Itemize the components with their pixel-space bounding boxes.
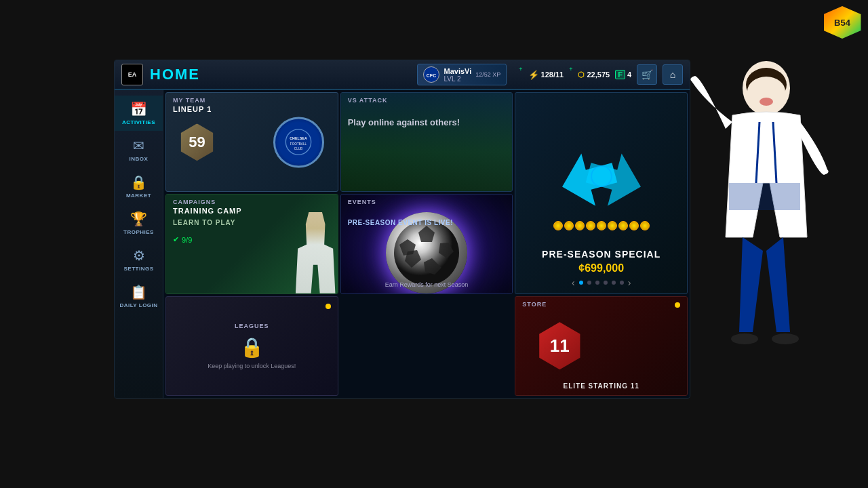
coins-visual [553,221,650,230]
carousel-nav: ‹ › [515,277,687,288]
campaigns-label: CAMPAIGNS [173,199,216,205]
vsattack-background [341,93,513,191]
campaigns-sublabel: TRAINING CAMP [173,207,242,215]
pts-stat: F 4 [615,70,631,79]
player-level: LVL 2 [443,75,471,83]
ea-logo: EA [121,64,143,85]
header-bar: EA HOME CFC MavisVi LVL 2 12/52 XP + [115,60,690,90]
carousel-dot-3 [595,281,599,285]
sidebar-item-settings[interactable]: ⚙ SETTINGS [115,242,163,277]
tile-store[interactable]: STORE 11 ELITE STARTING 11 [515,296,688,396]
cart-button[interactable]: 🛒 [637,64,657,85]
tile-vs-attack[interactable]: VS ATTACK Play online against others! [340,92,513,192]
carousel-dot-6 [620,281,624,285]
coins-stat: ⬡ 22,575 [578,70,610,79]
activities-icon: 📅 [130,101,147,117]
preseason-label: PRE-SEASON SPECIAL [515,249,687,260]
coins-value: 22,575 [587,70,610,79]
header-stats: + ⚡ 128/11 + ⬡ 22,575 F 4 🛒 ⌂ [519,64,683,85]
energy-stat: ⚡ 128/11 [528,70,564,80]
leagues-dot [326,304,331,309]
market-icon: 🔒 [130,174,147,190]
xp-text: 12/52 XP [475,71,500,78]
tile-events[interactable]: EVENTS PRE-SEASON EVENT IS LIVE! [340,194,513,293]
carousel-next[interactable]: › [628,277,631,288]
tile-leagues[interactable]: LEAGUES 🔒 Keep playing to unlock Leagues… [165,296,338,396]
events-label: EVENTS [348,199,376,205]
sidebar-item-market[interactable]: 🔒 MARKET [115,169,163,204]
carousel-prev[interactable]: ‹ [572,277,575,288]
energy-value: 128/11 [541,70,564,79]
player-info[interactable]: CFC MavisVi LVL 2 12/52 XP [417,64,507,85]
checkmark-icon: ✔ [173,235,179,244]
home-button[interactable]: ⌂ [663,64,683,85]
inbox-label: INBOX [130,156,149,162]
activities-label: ACTIVITIES [122,119,155,125]
settings-icon: ⚙ [133,247,145,264]
pts-value: 4 [627,70,631,79]
main-content: 📅 ACTIVITIES ✉ INBOX 🔒 MARKET 🏆 TROPHIES… [115,90,690,398]
events-sublabel: PRE-SEASON EVENT IS LIVE! [348,219,453,226]
sidebar-item-trophies[interactable]: 🏆 TROPHIES [115,205,163,241]
logo-text: B54 [834,18,850,28]
team-badge: CFC [423,66,439,83]
inbox-icon: ✉ [133,138,144,154]
sidebar-item-inbox[interactable]: ✉ INBOX [115,132,163,167]
daily-login-label: DAILY LOGIN [119,302,157,308]
trophies-icon: 🏆 [130,211,147,227]
svg-text:CLUB: CLUB [294,147,302,150]
carousel-dot-4 [604,281,608,285]
store-badge-number: 11 [550,336,570,357]
team-score-badge: 59 [178,123,216,161]
events-reward: Earn Rewards for next Season [341,281,513,288]
store-sublabel: ELITE STARTING 11 [515,382,687,390]
campaign-progress: ✔ 9/9 [173,235,192,244]
tile-preseason[interactable]: PRE-SEASON SPECIAL ¢699,000 ‹ › [515,92,688,294]
svg-text:CHELSEA: CHELSEA [290,136,307,140]
coin-icon: ⬡ [578,70,585,79]
store-label: STORE [522,301,547,308]
logo-shape: B54 [824,6,861,39]
trophies-label: TROPHIES [123,229,154,235]
sidebar-item-activities[interactable]: 📅 ACTIVITIES [115,96,163,131]
carousel-dot-1 [579,281,583,285]
player-name: MavisVi [443,67,471,75]
team-score: 59 [189,134,205,151]
svg-text:CFC: CFC [427,73,436,78]
vsattack-label: VS ATTACK [348,97,388,104]
carousel-dot-5 [612,281,616,285]
leagues-lock-icon: 🔒 [240,336,264,359]
myteam-sublabel: LINEUP 1 [173,105,212,113]
store-notification-dot [675,302,680,308]
myteam-label: MY TEAM [173,97,205,104]
leagues-label: LEAGUES [235,323,269,329]
tile-my-team[interactable]: MY TEAM LINEUP 1 59 CHELSEA FOOTBALL CLU… [165,92,338,192]
chelsea-logo: CHELSEA FOOTBALL CLUB [273,117,324,167]
xp-bar: 12/52 XP [475,71,500,78]
pts-icon: F [615,70,625,79]
settings-label: SETTINGS [123,266,153,272]
preseason-price: ¢699,000 [515,262,687,274]
leagues-unlock-text: Keep playing to unlock Leagues! [201,363,302,369]
game-ui: EA HOME CFC MavisVi LVL 2 12/52 XP + [114,60,690,399]
progress-text: 9/9 [182,236,192,244]
corner-logo: B54 [822,5,863,39]
market-label: MARKET [126,192,151,199]
campaign-player-silhouette [294,205,338,293]
campaigns-learn: LEARN TO PLAY [173,219,235,226]
sidebar: 📅 ACTIVITIES ✉ INBOX 🔒 MARKET 🏆 TROPHIES… [115,90,163,398]
carousel-dot-2 [587,281,591,285]
grid-content: MY TEAM LINEUP 1 59 CHELSEA FOOTBALL CLU… [163,90,690,398]
svg-text:FOOTBALL: FOOTBALL [290,142,307,146]
tile-campaigns[interactable]: CAMPAIGNS TRAINING CAMP LEARN TO PLAY ✔ … [165,194,338,293]
page-title: HOME [150,66,200,83]
daily-login-icon: 📋 [130,284,147,300]
bolt-icon: ⚡ [528,70,539,80]
vsattack-description: Play online against others! [348,117,460,127]
sidebar-item-daily-login[interactable]: 📋 DAILY LOGIN [115,279,163,314]
preseason-arrows [561,142,642,213]
